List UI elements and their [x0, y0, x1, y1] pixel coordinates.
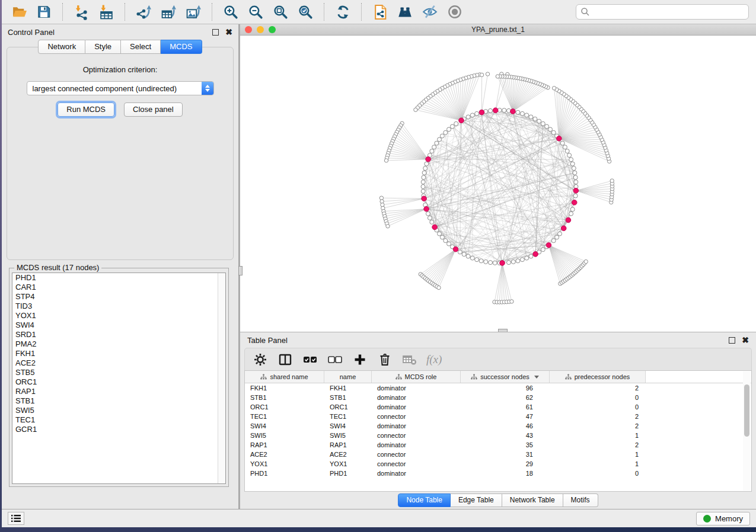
- table-row[interactable]: STB1STB1dominator620: [245, 393, 751, 402]
- mcds-result-item[interactable]: YOX1: [12, 311, 225, 321]
- network-node[interactable]: [573, 194, 578, 198]
- select-all-columns-button[interactable]: [302, 351, 318, 368]
- mcds-result-item[interactable]: GCR1: [12, 425, 225, 434]
- table-row[interactable]: ORC1ORC1dominator610: [245, 402, 751, 412]
- network-leaf-node[interactable]: [480, 73, 483, 76]
- mcds-result-item[interactable]: CAR1: [12, 283, 225, 292]
- zoom-in-button[interactable]: [221, 2, 241, 22]
- network-node[interactable]: [426, 211, 430, 216]
- network-node[interactable]: [558, 232, 562, 236]
- function-builder-button[interactable]: f(x): [426, 351, 442, 368]
- network-node[interactable]: [430, 149, 434, 153]
- table-row[interactable]: SWI4SWI4dominator462: [245, 421, 751, 431]
- network-node[interactable]: [545, 124, 549, 129]
- table-row[interactable]: TEC1TEC1connector472: [245, 412, 751, 421]
- network-mcds-node[interactable]: [500, 261, 505, 266]
- network-node[interactable]: [567, 153, 572, 158]
- tab-node-table[interactable]: Node Table: [398, 493, 451, 507]
- network-node[interactable]: [450, 124, 454, 129]
- add-column-button[interactable]: [352, 351, 368, 368]
- network-node[interactable]: [440, 134, 444, 138]
- column-header-name[interactable]: name: [324, 371, 372, 383]
- table-options-button[interactable]: [252, 351, 269, 368]
- network-node[interactable]: [551, 239, 556, 243]
- network-mcds-node[interactable]: [432, 225, 438, 230]
- optimization-criterion-select[interactable]: largest connected component (undirected): [27, 81, 214, 95]
- run-mcds-button[interactable]: Run MCDS: [58, 102, 114, 117]
- close-table-panel-icon[interactable]: ✖: [742, 336, 749, 344]
- network-node[interactable]: [525, 113, 529, 117]
- open-session-button[interactable]: [9, 2, 29, 22]
- destroy-table-button[interactable]: [401, 351, 418, 368]
- tab-mcds[interactable]: MCDS: [161, 40, 202, 54]
- column-header-MCDS-role[interactable]: MCDS role: [372, 371, 461, 383]
- table-row[interactable]: PHD1PHD1dominator180: [245, 469, 751, 478]
- hide-selected-button[interactable]: [420, 2, 440, 22]
- network-leaf-node[interactable]: [386, 225, 390, 228]
- network-graph[interactable]: [240, 36, 756, 332]
- close-panel-icon[interactable]: ✖: [225, 28, 232, 36]
- network-node[interactable]: [432, 145, 436, 149]
- mcds-result-item[interactable]: TEC1: [12, 415, 225, 425]
- network-node[interactable]: [444, 130, 448, 134]
- network-mcds-node[interactable]: [561, 226, 566, 231]
- network-mcds-node[interactable]: [533, 252, 538, 257]
- mcds-list-scrollbar[interactable]: [218, 273, 225, 483]
- export-network-button[interactable]: [133, 2, 154, 22]
- network-node[interactable]: [447, 242, 451, 246]
- network-leaf-node[interactable]: [510, 300, 513, 303]
- network-leaf-node[interactable]: [414, 108, 417, 111]
- tab-style[interactable]: Style: [85, 40, 121, 54]
- network-node[interactable]: [479, 259, 483, 263]
- mcds-result-item[interactable]: SWI5: [12, 406, 225, 415]
- network-node[interactable]: [541, 121, 545, 126]
- show-columns-button[interactable]: [277, 351, 294, 368]
- network-node[interactable]: [438, 232, 442, 236]
- network-mcds-node[interactable]: [566, 217, 571, 223]
- network-node[interactable]: [574, 180, 578, 184]
- network-node[interactable]: [511, 259, 515, 264]
- network-node[interactable]: [447, 127, 451, 132]
- float-table-panel-icon[interactable]: [729, 337, 735, 344]
- network-node[interactable]: [560, 141, 564, 145]
- network-node[interactable]: [438, 137, 442, 142]
- network-node[interactable]: [435, 141, 439, 145]
- table-row[interactable]: ACE2ACE2connector311: [245, 450, 751, 459]
- network-node[interactable]: [475, 258, 479, 262]
- vertical-splitter-handle[interactable]: [238, 266, 243, 275]
- unselect-all-columns-button[interactable]: [327, 351, 343, 368]
- table-row[interactable]: YOX1YOX1connector291: [245, 459, 751, 469]
- network-mcds-node[interactable]: [493, 108, 498, 113]
- column-header-successor-nodes[interactable]: successor nodes: [461, 371, 550, 383]
- network-node[interactable]: [525, 256, 529, 260]
- network-node[interactable]: [520, 258, 524, 262]
- network-node[interactable]: [430, 220, 434, 224]
- first-neighbors-button[interactable]: [395, 2, 415, 22]
- network-node[interactable]: [516, 110, 520, 114]
- horizontal-splitter-handle[interactable]: [498, 329, 508, 332]
- network-mcds-node[interactable]: [453, 246, 458, 252]
- network-mcds-node[interactable]: [557, 136, 562, 142]
- network-node[interactable]: [572, 166, 576, 171]
- network-mcds-node[interactable]: [546, 243, 551, 248]
- network-node[interactable]: [569, 158, 573, 162]
- network-mcds-node[interactable]: [426, 157, 431, 162]
- mcds-result-item[interactable]: STB5: [12, 368, 225, 377]
- mcds-result-item[interactable]: ACE2: [12, 358, 225, 368]
- network-node[interactable]: [470, 113, 474, 117]
- network-node[interactable]: [507, 261, 511, 265]
- show-panels-button[interactable]: [8, 512, 24, 525]
- network-node[interactable]: [440, 235, 444, 239]
- network-leaf-node[interactable]: [496, 75, 499, 78]
- tab-motifs[interactable]: Motifs: [563, 493, 598, 507]
- network-node[interactable]: [466, 115, 470, 119]
- import-network-button[interactable]: [71, 2, 91, 22]
- network-leaf-node[interactable]: [610, 179, 614, 182]
- network-node[interactable]: [462, 252, 466, 257]
- network-node[interactable]: [541, 248, 545, 252]
- network-mcds-node[interactable]: [511, 109, 516, 114]
- network-node[interactable]: [423, 166, 428, 171]
- tab-network-table[interactable]: Network Table: [502, 493, 563, 507]
- mcds-result-item[interactable]: STP4: [12, 292, 225, 302]
- network-node[interactable]: [573, 171, 577, 175]
